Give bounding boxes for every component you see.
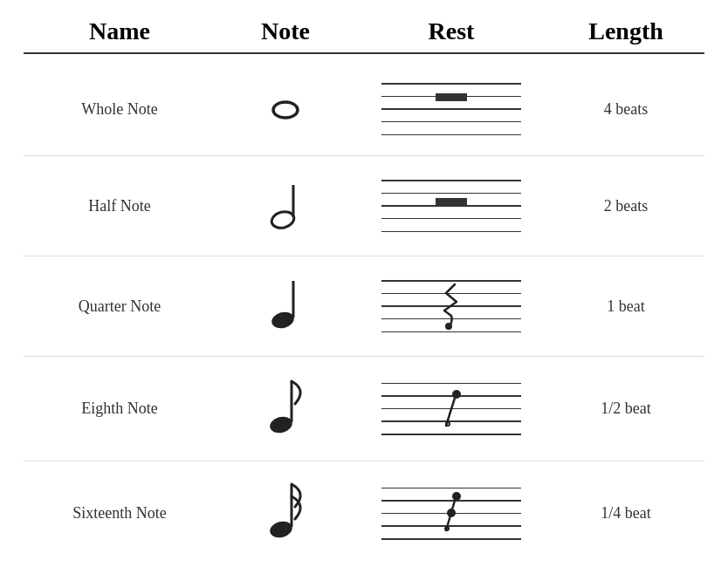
note-length: 1 beat — [547, 297, 704, 316]
whole-rest-staff — [381, 79, 521, 140]
svg-point-11 — [446, 422, 450, 426]
header-name: Name — [24, 17, 216, 45]
note-length: 1/4 beat — [547, 504, 704, 523]
note-symbol — [216, 172, 355, 240]
header-note: Note — [216, 17, 355, 45]
table-row: Eighth Note — [24, 357, 704, 461]
note-name: Sixteenth Note — [24, 504, 216, 523]
half-note-icon — [264, 172, 307, 233]
sixteenth-rest-staff — [381, 483, 521, 544]
header-rest: Rest — [355, 17, 547, 45]
whole-note-icon — [264, 84, 307, 127]
half-rest-block — [436, 198, 467, 206]
svg-point-16 — [447, 509, 456, 517]
table-row: Sixteenth Note — [24, 461, 704, 565]
rest-symbol — [355, 276, 547, 337]
note-symbol — [216, 477, 355, 550]
note-symbol — [216, 272, 355, 340]
svg-point-2 — [270, 209, 296, 230]
svg-point-7 — [268, 414, 294, 435]
note-length: 1/2 beat — [547, 400, 704, 418]
note-symbol — [216, 372, 355, 445]
music-notes-table: Name Note Rest Length Whole Note — [24, 17, 704, 565]
rest-symbol — [355, 483, 547, 544]
svg-point-12 — [268, 519, 294, 540]
svg-point-4 — [270, 310, 296, 331]
note-length: 2 beats — [547, 197, 704, 215]
half-rest-staff — [381, 175, 521, 236]
eighth-rest-icon — [439, 386, 464, 433]
svg-point-1 — [279, 106, 292, 113]
eighth-note-icon — [262, 372, 310, 438]
note-name: Half Note — [24, 197, 216, 215]
table-header: Name Note Rest Length — [24, 17, 704, 54]
note-name: Eighth Note — [24, 400, 216, 418]
rest-symbol — [355, 79, 547, 140]
table-row: Quarter Note — [24, 256, 704, 357]
note-length: 4 beats — [547, 100, 704, 119]
quarter-rest-icon — [439, 283, 464, 330]
whole-rest-block — [436, 93, 467, 101]
table-row: Half Note 2 beats — [24, 156, 704, 256]
svg-point-10 — [452, 390, 461, 399]
note-name: Whole Note — [24, 100, 216, 119]
sixteenth-rest-icon — [439, 490, 464, 537]
note-name: Quarter Note — [24, 297, 216, 316]
svg-point-6 — [445, 323, 452, 330]
svg-point-15 — [452, 492, 461, 501]
quarter-note-icon — [264, 272, 307, 333]
eighth-rest-staff — [381, 379, 521, 440]
quarter-rest-staff — [381, 276, 521, 337]
table-row: Whole Note 4 beats — [24, 63, 704, 156]
rest-symbol — [355, 379, 547, 440]
note-symbol — [216, 84, 355, 134]
sixteenth-note-icon — [262, 477, 310, 543]
rest-symbol — [355, 175, 547, 236]
header-length: Length — [547, 17, 704, 45]
